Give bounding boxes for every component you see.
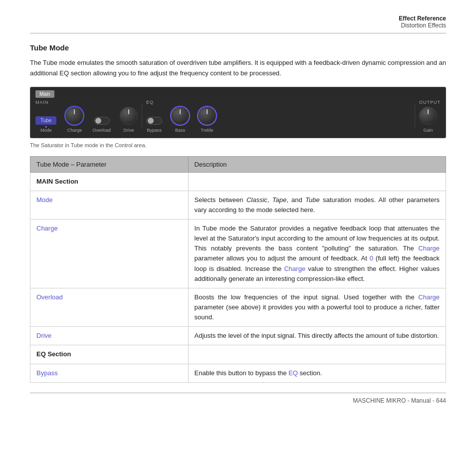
- gain-knob[interactable]: [419, 107, 437, 125]
- section-desc: [188, 172, 446, 191]
- panel-tabs: Main: [35, 90, 441, 98]
- drive-control: Drive: [120, 107, 138, 133]
- page-header: Effect Reference Distortion Effects: [30, 15, 446, 33]
- treble-knob[interactable]: [198, 107, 216, 125]
- panel-output-section: OUTPUT Gain: [419, 100, 441, 133]
- intro-paragraph: The Tube mode emulates the smooth satura…: [30, 58, 446, 79]
- charge-label: Charge: [67, 128, 82, 133]
- section-divider-1: [142, 104, 142, 129]
- charge-knob[interactable]: [65, 107, 83, 125]
- panel-controls-row: MAIN Tube Mode Charge Overload: [35, 100, 441, 133]
- mode-control: Tube Mode: [35, 116, 56, 133]
- table-row: Drive Adjusts the level of the input sig…: [30, 327, 446, 345]
- eq-controls: Bypass Bass Treble: [146, 107, 411, 133]
- header-subtitle: Distortion Effects: [30, 22, 446, 29]
- bypass-label: Bypass: [147, 128, 162, 133]
- table-row: Bypass Enable this button to bypass the …: [30, 364, 446, 382]
- param-desc-mode: Selects between Classic, Tape, and Tube …: [188, 191, 446, 219]
- eq-section-label: EQ: [146, 100, 154, 105]
- header-title: Effect Reference: [30, 15, 446, 22]
- param-name-bypass: Bypass: [30, 364, 189, 382]
- panel-eq-section: EQ Bypass Bass Treble: [146, 100, 411, 133]
- mode-button[interactable]: Tube: [35, 116, 56, 125]
- bypass-toggle[interactable]: [146, 117, 162, 125]
- output-controls: Gain: [419, 107, 441, 133]
- drive-knob[interactable]: [120, 107, 138, 125]
- param-name-overload: Overload: [30, 288, 189, 326]
- bypass-control: Bypass: [146, 117, 162, 133]
- bass-label: Bass: [175, 128, 185, 133]
- overload-label: Overload: [92, 128, 111, 133]
- eq-section-desc: [188, 345, 446, 364]
- section-heading: Tube Mode: [30, 43, 446, 52]
- drive-label: Drive: [123, 128, 134, 133]
- param-desc-charge: In Tube mode the Saturator provides a ne…: [188, 220, 446, 288]
- panel-main-section: MAIN Tube Mode Charge Overload: [35, 100, 138, 133]
- param-name-drive: Drive: [30, 327, 189, 345]
- overload-control: Overload: [92, 117, 111, 133]
- eq-section-label-cell: EQ Section: [30, 345, 189, 364]
- param-desc-drive: Adjusts the level of the input signal. T…: [188, 327, 446, 345]
- treble-label: Treble: [201, 128, 213, 133]
- param-desc-overload: Boosts the low frequencies of the input …: [188, 288, 446, 326]
- parameter-table: Tube Mode – Parameter Description MAIN S…: [30, 156, 446, 383]
- main-section-label: MAIN: [35, 100, 49, 105]
- output-section-label: OUTPUT: [419, 100, 441, 105]
- param-name-charge: Charge: [30, 220, 189, 288]
- footer-text: MASCHINE MIKRO - Manual - 644: [353, 397, 446, 404]
- table-row: MAIN Section: [30, 172, 446, 191]
- table-row: EQ Section: [30, 345, 446, 364]
- gain-control: Gain: [419, 107, 437, 133]
- col1-header: Tube Mode – Parameter: [30, 156, 189, 172]
- main-controls: Tube Mode Charge Overload Drive: [35, 107, 138, 133]
- panel-caption: The Saturator in Tube mode in the Contro…: [30, 142, 446, 148]
- charge-control: Charge: [65, 107, 83, 133]
- param-name-mode: Mode: [30, 191, 189, 219]
- param-desc-bypass: Enable this button to bypass the EQ sect…: [188, 364, 446, 382]
- table-row: Mode Selects between Classic, Tape, and …: [30, 191, 446, 219]
- bass-knob[interactable]: [171, 107, 189, 125]
- section-label: MAIN Section: [30, 172, 189, 191]
- saturator-panel: Main MAIN Tube Mode Charge Overload: [30, 87, 446, 138]
- treble-control: Treble: [198, 107, 216, 133]
- overload-toggle[interactable]: [94, 117, 110, 125]
- table-row: Charge In Tube mode the Saturator provid…: [30, 220, 446, 288]
- section-divider-2: [415, 104, 415, 129]
- col2-header: Description: [188, 156, 446, 172]
- gain-label: Gain: [423, 128, 433, 133]
- page-footer: MASCHINE MIKRO - Manual - 644: [30, 393, 446, 404]
- panel-tab-main[interactable]: Main: [35, 90, 54, 98]
- bass-control: Bass: [171, 107, 189, 133]
- table-row: Overload Boosts the low frequencies of t…: [30, 288, 446, 326]
